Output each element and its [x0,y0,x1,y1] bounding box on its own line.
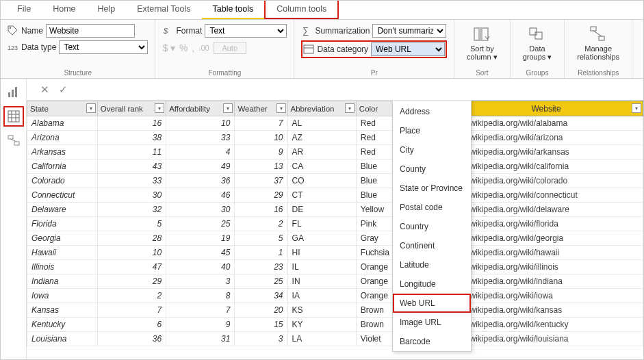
cell[interactable]: 8 [166,289,235,303]
cell[interactable]: 5 [235,231,287,246]
cell[interactable]: 20 [235,303,287,318]
cell[interactable]: 2 [97,289,166,303]
cell[interactable]: 16 [235,203,287,217]
table-row[interactable]: Illinois474023ILOrange#b20//en.wikipedia… [27,260,643,274]
column-filter-icon[interactable]: ▾ [345,103,355,113]
dropdown-item[interactable]: Web URL [393,294,471,313]
cell[interactable]: KS [287,303,356,318]
cell[interactable]: 25 [166,217,235,231]
column-header[interactable]: State▾ [27,101,98,116]
currency-icon[interactable]: $ ▾ [162,42,175,53]
cell[interactable]: //en.wikipedia.org/wiki/arizona [450,131,643,145]
column-header[interactable]: Weather▾ [235,101,287,116]
cell[interactable]: Alabama [27,116,98,131]
comma-icon[interactable]: , [192,42,195,53]
decimals-icon[interactable]: .00 [198,44,209,52]
cell[interactable]: 30 [166,203,235,217]
cell[interactable]: //en.wikipedia.org/wiki/georgia [450,231,643,246]
dropdown-item[interactable]: Country [393,217,471,236]
column-header[interactable]: Website▾ [450,101,643,116]
column-filter-icon[interactable]: ▾ [223,103,233,113]
data-view-icon[interactable] [3,106,24,127]
cell[interactable]: 29 [97,274,166,289]
table-row[interactable]: Indiana29325INOrange#a50//en.wikipedia.o… [27,274,643,289]
cancel-icon[interactable]: ✕ [40,83,49,96]
format-select[interactable]: Text [205,24,287,38]
cell[interactable]: 49 [166,159,235,174]
cell[interactable]: 46 [166,188,235,203]
cell[interactable]: 25 [235,274,287,289]
cell[interactable]: 47 [97,260,166,274]
cell[interactable]: 40 [166,260,235,274]
cell[interactable]: GA [287,231,356,246]
cell[interactable]: 43 [97,159,166,174]
table-row[interactable]: Kansas7720KSBrown#a50//en.wikipedia.org/… [27,303,643,318]
cell[interactable]: //en.wikipedia.org/wiki/louisiana [450,332,643,346]
dropdown-item[interactable]: County [393,159,471,179]
cell[interactable]: Colorado [27,174,98,188]
cell[interactable]: //en.wikipedia.org/wiki/delaware [450,203,643,217]
cell[interactable]: 4 [166,145,235,159]
summarization-select[interactable]: Don't summarize [372,24,446,38]
table-row[interactable]: Colorado333637COBlue#b20//en.wikipedia.o… [27,174,643,188]
cell[interactable]: Kansas [27,303,98,318]
dropdown-item[interactable]: Continent [393,236,471,255]
cell[interactable]: 16 [97,116,166,131]
cell[interactable]: 28 [97,231,166,246]
cell[interactable]: 6 [97,318,166,332]
cell[interactable]: //en.wikipedia.org/wiki/kansas [450,303,643,318]
cell[interactable]: HI [287,246,356,260]
table-row[interactable]: California434913CABlue#b20//en.wikipedia… [27,159,643,174]
column-filter-icon[interactable]: ▾ [155,103,164,113]
report-view-icon[interactable] [3,81,24,102]
cell[interactable]: AZ [287,131,356,145]
cell[interactable]: 1 [235,246,287,260]
cell[interactable]: //en.wikipedia.org/wiki/iowa [450,289,643,303]
cell[interactable]: Illinois [27,260,98,274]
cell[interactable]: 31 [166,332,235,346]
dropdown-item[interactable]: Barcode [393,332,471,351]
cell[interactable]: IN [287,274,356,289]
cell[interactable]: IA [287,289,356,303]
dropdown-item[interactable]: Longitude [393,274,471,294]
cell[interactable]: Iowa [27,289,98,303]
cell[interactable]: Louisiana [27,332,98,346]
cell[interactable]: Indiana [27,274,98,289]
dropdown-item[interactable]: Image URL [393,313,471,332]
cell[interactable]: //en.wikipedia.org/wiki/hawaii [450,246,643,260]
cell[interactable]: 2 [235,217,287,231]
table-row[interactable]: Arizona383310AZRed#b20//en.wikipedia.org… [27,131,643,145]
dropdown-item[interactable]: Address [393,102,471,121]
cell[interactable]: 37 [235,174,287,188]
cell[interactable]: 36 [166,174,235,188]
table-row[interactable]: Georgia28195GAGray#ffc0//en.wikipedia.or… [27,231,643,246]
tab-external-tools[interactable]: External Tools [126,0,201,19]
table-row[interactable]: Florida5252FLPink#ffc0//en.wikipedia.org… [27,217,643,231]
cell[interactable]: Delaware [27,203,98,217]
cell[interactable]: 13 [235,159,287,174]
dropdown-item[interactable]: Postal code [393,198,471,217]
tab-home[interactable]: Home [42,0,86,19]
cell[interactable]: 10 [97,246,166,260]
cell[interactable]: 23 [235,260,287,274]
cell[interactable]: KY [287,318,356,332]
cell[interactable]: //en.wikipedia.org/wiki/florida [450,217,643,231]
cell[interactable]: //en.wikipedia.org/wiki/connecticut [450,188,643,203]
name-input[interactable] [46,24,135,38]
cell[interactable]: Arkansas [27,145,98,159]
cell[interactable]: 36 [97,332,166,346]
cell[interactable]: 3 [166,274,235,289]
table-row[interactable]: Connecticut304629CTBlue#b20//en.wikipedi… [27,188,643,203]
dropdown-item[interactable]: Place [393,121,471,140]
cell[interactable]: 30 [97,188,166,203]
cell[interactable]: 7 [97,303,166,318]
sort-by-column-button[interactable]: Sort bycolumn ▾ [461,24,503,62]
cell[interactable]: 5 [97,217,166,231]
tab-table-tools[interactable]: Table tools [202,0,265,19]
manage-relationships-button[interactable]: Managerelationships [571,24,625,62]
cell[interactable]: FL [287,217,356,231]
dropdown-item[interactable]: Latitude [393,255,471,274]
cell[interactable]: Connecticut [27,188,98,203]
cell[interactable]: 15 [235,318,287,332]
cell[interactable]: Florida [27,217,98,231]
